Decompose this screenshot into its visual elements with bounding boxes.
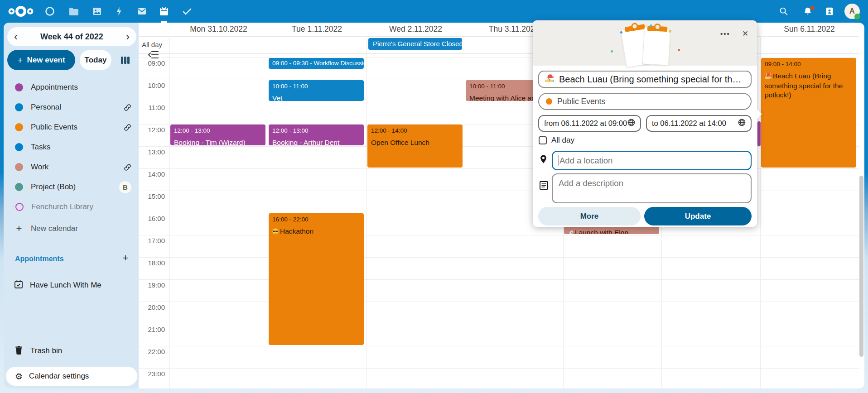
hour-label: 18:00 <box>139 259 165 267</box>
hour-label: 10:00 <box>139 81 165 89</box>
calendar-settings-button[interactable]: ⚙ Calendar settings <box>6 367 137 386</box>
popup-close-button[interactable]: ✕ <box>738 26 753 41</box>
sidebar-calendar-work[interactable]: Work <box>4 157 139 177</box>
description-textarea[interactable]: Add a description <box>552 173 752 203</box>
calendar-color-dot[interactable] <box>15 143 23 151</box>
activity-app-icon[interactable] <box>109 0 129 23</box>
end-datetime-input[interactable]: to 06.11.2022 at 14:00 <box>646 115 752 132</box>
share-link-icon[interactable] <box>124 104 131 111</box>
week-navigation: ‹ Week 44 of 2022 › <box>7 27 136 46</box>
calendar-name: Tasks <box>31 143 139 152</box>
previous-week-button[interactable]: ‹ <box>8 27 24 46</box>
sidebar-datepicker-toggle-icon[interactable] <box>148 50 160 61</box>
timezone-globe-icon[interactable] <box>738 119 746 128</box>
event-open-office-lunch[interactable]: 12:00 - 14:00Open Office Lunch <box>367 125 463 168</box>
calendar-color-dot[interactable] <box>15 163 23 171</box>
calendar-color-dot[interactable] <box>15 183 23 191</box>
hour-label: 15:00 <box>139 192 165 200</box>
search-icon[interactable] <box>774 0 794 23</box>
hour-label: 20:00 <box>139 303 165 311</box>
text-caret <box>559 155 559 166</box>
event-booking-tim-wizard[interactable]: 12:00 - 13:00Booking - Tim (Wizard) <box>170 125 265 145</box>
trash-icon <box>15 346 23 356</box>
beach-umbrella-emoji <box>765 72 772 81</box>
vertical-scrollbar[interactable] <box>859 176 863 357</box>
top-navbar: A <box>0 0 868 23</box>
appointment-calendar-icon <box>14 280 23 291</box>
shared-by-avatar: B <box>119 181 131 193</box>
photos-app-icon[interactable] <box>87 0 107 23</box>
event-workflow-discussion[interactable]: 09:00 - 09:30 - Workflow Discussion <box>269 58 364 69</box>
online-status-dot <box>854 14 860 19</box>
start-datetime-input[interactable]: from 06.11.2022 at 09:00 <box>538 115 641 132</box>
tasks-app-icon[interactable] <box>177 0 197 23</box>
calendar-color-dot[interactable] <box>15 203 24 211</box>
more-button[interactable]: More <box>538 207 641 225</box>
hour-gridline <box>139 235 859 235</box>
new-calendar-button[interactable]: + New calendar <box>4 219 139 239</box>
event-vet[interactable]: 10:00 - 11:00Vet <box>269 80 364 101</box>
today-button[interactable]: Today <box>80 50 111 70</box>
popup-more-menu-button[interactable]: ••• <box>718 26 733 41</box>
sidebar-calendar-personal[interactable]: Personal <box>4 97 139 117</box>
sidebar-calendar-appointments[interactable]: Appointments <box>4 77 139 97</box>
calendar-name: Appointments <box>31 83 139 92</box>
hour-gridline <box>139 302 859 302</box>
sidebar-calendar-tasks[interactable]: Tasks <box>4 137 139 157</box>
appointment-item[interactable]: Have Lunch With Me <box>4 275 139 295</box>
contacts-icon[interactable] <box>820 0 839 23</box>
confetti-dot <box>650 24 652 27</box>
all-day-checkbox[interactable] <box>539 136 547 144</box>
calendar-picker-select[interactable]: Public Events <box>538 93 752 110</box>
day-header[interactable]: Wed 2.11.2022 <box>366 24 465 34</box>
mail-app-icon[interactable] <box>132 0 152 23</box>
popup-header: ••• ✕ <box>533 20 757 66</box>
share-link-icon[interactable] <box>124 124 131 131</box>
hour-gridline <box>139 324 859 324</box>
share-link-icon[interactable] <box>124 163 131 171</box>
next-week-button[interactable]: › <box>120 27 135 46</box>
description-icon <box>540 181 548 192</box>
event-booking-arthur-dent[interactable]: 12:00 - 13:00Booking - Arthur Dent <box>269 125 364 145</box>
update-button[interactable]: Update <box>644 207 752 225</box>
plus-icon: + <box>15 223 23 235</box>
dashboard-app-icon[interactable] <box>40 0 60 23</box>
rocket-emoji <box>568 229 574 234</box>
calendar-name: Fenchurch Library <box>31 202 139 211</box>
hour-gridline <box>139 279 859 280</box>
hour-gridline <box>139 257 859 258</box>
trash-bin-button[interactable]: Trash bin <box>4 341 139 361</box>
day-header[interactable]: Tue 1.11.2022 <box>268 24 366 34</box>
timezone-globe-icon[interactable] <box>627 119 635 128</box>
notifications-bell-icon[interactable] <box>798 0 818 23</box>
calendar-name: Work <box>31 163 124 172</box>
sidebar-calendar-fenchurch-library[interactable]: Fenchurch Library <box>4 197 139 217</box>
event-editor-popup: ••• ✕ Beach Luau (Bring something specia… <box>533 20 757 227</box>
sidebar-calendar-project-bob-[interactable]: Project (Bob)B <box>4 177 139 197</box>
sidebar-calendar-public-events[interactable]: Public Events <box>4 117 139 137</box>
calendar-color-dot[interactable] <box>15 103 23 111</box>
day-header[interactable]: Mon 31.10.2022 <box>169 24 268 34</box>
view-mode-button[interactable] <box>116 51 134 69</box>
hour-gridline <box>139 346 859 346</box>
confetti-dot <box>669 30 671 33</box>
app-root: A ‹ Week 44 of 2022 › + New event Today … <box>0 0 868 393</box>
appointments-section-heading: Appointments <box>15 255 64 263</box>
calendar-color-dot[interactable] <box>15 123 23 131</box>
files-app-icon[interactable] <box>63 0 83 23</box>
hour-label: 19:00 <box>139 281 165 289</box>
new-event-button[interactable]: + New event <box>7 50 75 70</box>
allday-event-pierres-store-closed[interactable]: Pierre's General Store Closed! <box>368 38 462 50</box>
event-beach-luau[interactable]: 09:00 - 14:00Beach Luau (Bring something… <box>761 58 856 168</box>
day-header[interactable]: Sun 6.11.2022 <box>760 24 858 34</box>
event-hackathon[interactable]: 16:00 - 22:00Hackathon <box>269 213 364 345</box>
calendar-color-dot[interactable] <box>15 83 23 91</box>
location-input[interactable]: Add a location <box>552 151 752 170</box>
add-appointment-button[interactable]: + <box>118 251 133 265</box>
calendar-color-dot <box>546 98 552 105</box>
allday-label: All day <box>142 41 162 48</box>
event-partially-covered-event[interactable] <box>757 121 761 146</box>
event-title-input[interactable]: Beach Luau (Bring something special for … <box>538 71 752 88</box>
nextcloud-logo[interactable] <box>7 4 34 19</box>
calendar-app-icon[interactable] <box>154 0 174 23</box>
